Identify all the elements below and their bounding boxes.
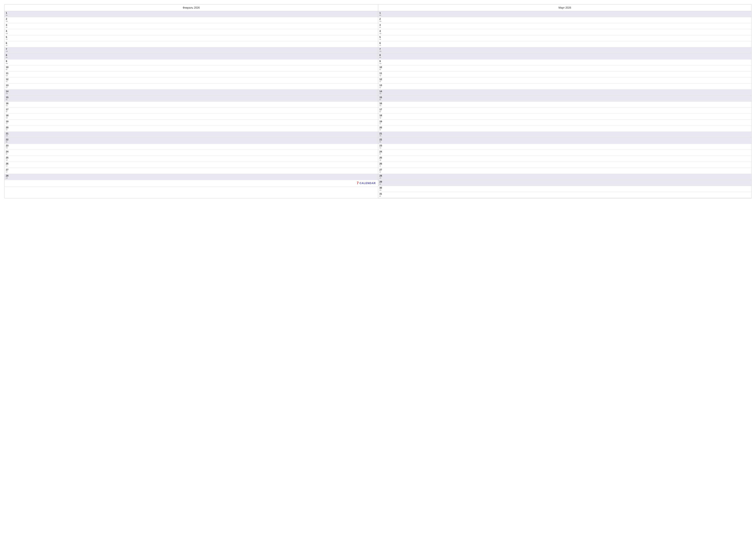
day-name: чт: [380, 81, 384, 83]
day-row: 21сб: [5, 132, 378, 138]
day-row: 1вс: [378, 11, 752, 17]
day-row: 1вс: [5, 11, 378, 17]
day-row: 22вс: [5, 138, 378, 144]
day-name: вт: [6, 26, 10, 28]
day-name: сб: [380, 93, 384, 94]
day-row: 27пт: [5, 168, 378, 174]
day-name: вт: [6, 69, 10, 70]
day-row: 16пн: [5, 102, 378, 108]
day-name: сб: [6, 177, 10, 179]
day-cell: 8вс: [380, 54, 384, 58]
day-row: 19чт: [5, 120, 378, 126]
day-name: чт: [380, 38, 384, 40]
day-name: вс: [380, 183, 384, 185]
day-row: 14сб: [5, 89, 378, 96]
day-cell: 14сб: [6, 90, 10, 94]
day-row: 7сб: [5, 47, 378, 53]
day-name: вс: [6, 141, 10, 143]
day-cell: 3вт: [6, 24, 10, 28]
day-name: ср: [380, 159, 384, 161]
day-cell: 31вт: [380, 192, 384, 197]
day-cell: 21сб: [6, 132, 10, 137]
day-cell: 6пт: [380, 42, 384, 46]
day-cell: 3вт: [380, 24, 384, 28]
day-row: 11ср: [5, 71, 378, 78]
day-row: 5чт: [378, 35, 752, 41]
day-row: 13пт: [5, 84, 378, 89]
day-cell: 28сб: [6, 174, 10, 179]
day-name: ср: [380, 33, 384, 34]
day-cell: 1вс: [6, 12, 10, 16]
day-cell: 15вс: [6, 96, 10, 101]
day-name: пт: [380, 44, 384, 46]
logo-number: 7: [357, 181, 359, 185]
day-cell: 5чт: [6, 36, 10, 40]
day-name: сб: [380, 135, 384, 137]
day-row: 4ср: [5, 29, 378, 35]
day-cell: 10вт: [380, 66, 384, 70]
day-name: сб: [6, 51, 10, 52]
day-name: вс: [380, 57, 384, 58]
day-row: 12чт: [5, 78, 378, 84]
day-cell: 23пн: [6, 144, 10, 149]
day-name: чт: [380, 165, 384, 167]
day-row: 23пн: [5, 144, 378, 150]
day-cell: 20пт: [6, 126, 10, 131]
day-row: 2пн: [378, 17, 752, 23]
day-name: чт: [6, 81, 10, 83]
day-cell: 19чт: [380, 120, 384, 125]
day-cell: 19чт: [6, 120, 10, 125]
day-cell: 24вт: [6, 150, 10, 155]
day-name: пн: [380, 20, 384, 22]
day-row: 7сб: [378, 47, 752, 53]
day-name: пт: [6, 129, 10, 131]
day-name: пн: [6, 105, 10, 107]
day-cell: 21сб: [380, 132, 384, 137]
day-cell: 15вс: [380, 96, 384, 101]
day-name: вс: [6, 14, 10, 16]
day-cell: 5чт: [380, 36, 384, 40]
day-row: 11ср: [378, 71, 752, 78]
day-cell: 4ср: [6, 30, 10, 34]
day-name: чт: [6, 165, 10, 167]
day-row: 13пт: [378, 84, 752, 89]
day-cell: 20пт: [380, 126, 384, 131]
day-row: 15вс: [5, 96, 378, 102]
day-name: пн: [6, 20, 10, 22]
month-header: Февраль 2026: [5, 5, 378, 11]
day-name: ср: [380, 75, 384, 76]
day-cell: 30пн: [380, 187, 384, 191]
day-row: 24вт: [378, 150, 752, 156]
day-row: 8вс: [5, 53, 378, 60]
day-name: пн: [380, 63, 384, 64]
logo-area: 7CALENDAR: [5, 180, 378, 187]
day-row: 14сб: [378, 89, 752, 96]
day-name: вс: [380, 141, 384, 143]
day-name: пт: [380, 129, 384, 131]
day-name: ср: [380, 117, 384, 119]
day-name: вт: [380, 26, 384, 28]
day-cell: 24вт: [380, 150, 384, 155]
day-cell: 1вс: [380, 12, 384, 16]
day-cell: 2пн: [380, 18, 384, 22]
day-name: пн: [6, 63, 10, 64]
day-row: 16пн: [378, 102, 752, 108]
day-cell: 2пн: [6, 18, 10, 22]
day-name: ср: [6, 159, 10, 161]
calendar-container: Февраль 20261вс2пн3вт4ср5чт6пт7сб8вс9пн1…: [4, 4, 752, 198]
day-name: вс: [380, 14, 384, 16]
day-row: 3вт: [5, 23, 378, 29]
day-row: 28сб: [5, 174, 378, 180]
day-name: пн: [380, 147, 384, 149]
day-row: 10вт: [5, 65, 378, 71]
day-cell: 23пн: [380, 144, 384, 149]
day-row: 24вт: [5, 150, 378, 156]
day-row: 3вт: [378, 23, 752, 29]
day-row: 22вс: [378, 138, 752, 144]
day-cell: 6пт: [6, 42, 10, 46]
day-cell: 18ср: [380, 114, 384, 119]
day-row: 18ср: [378, 114, 752, 120]
day-row: 6пт: [378, 41, 752, 47]
day-cell: 16пн: [380, 102, 384, 107]
day-row: 28сб: [378, 174, 752, 180]
